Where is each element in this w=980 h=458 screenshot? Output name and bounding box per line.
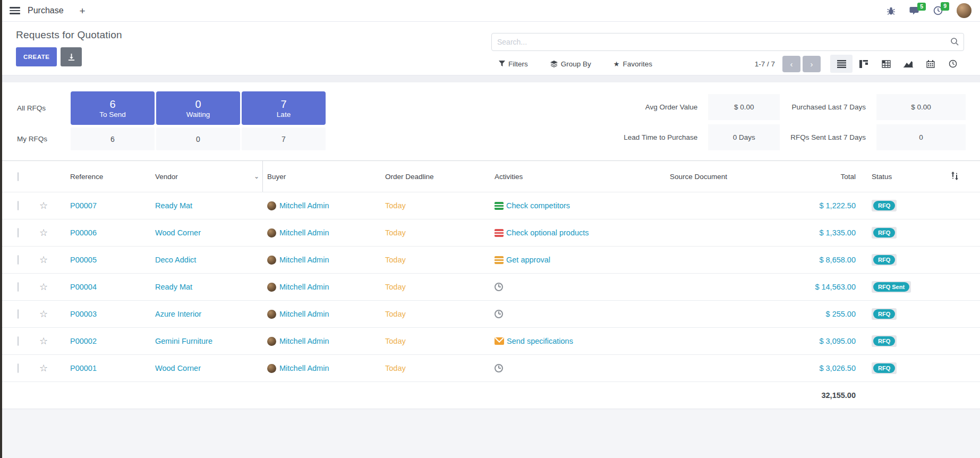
reference-link[interactable]: P00002 [70,337,97,345]
row-checkbox[interactable] [18,228,19,238]
reference-link[interactable]: P00007 [70,201,97,210]
header-activities[interactable]: Activities [490,173,666,181]
reference-link[interactable]: P00003 [70,310,97,318]
activity-todo-icon[interactable] [495,229,504,237]
kpi-late-card[interactable]: 7 Late [242,91,326,125]
vendor-link[interactable]: Ready Mat [155,283,192,291]
vendor-link[interactable]: Azure Interior [155,310,201,318]
schedule-activity-clock-icon[interactable] [495,310,503,318]
table-row[interactable]: ☆ P00001 Wood Corner Mitchell Admin Toda… [0,354,980,381]
favorite-star-icon[interactable]: ☆ [39,282,48,292]
row-checkbox[interactable] [18,255,19,265]
vendor-link[interactable]: Gemini Furniture [155,337,212,345]
header-reference[interactable]: Reference [62,173,151,181]
create-button[interactable]: CREATE [16,47,57,66]
header-total[interactable]: Total [797,173,856,181]
buyer-link[interactable]: Mitchell Admin [279,283,329,291]
total-amount: $ 8,658.00 [797,256,856,264]
favorite-star-icon[interactable]: ☆ [39,200,48,211]
activity-email-icon[interactable] [495,337,504,345]
user-avatar[interactable] [957,3,972,18]
schedule-activity-clock-icon[interactable] [495,283,503,291]
buyer-link[interactable]: Mitchell Admin [279,256,329,264]
list-view-icon[interactable] [830,55,853,73]
apps-menu-icon[interactable] [10,7,20,14]
buyer-link[interactable]: Mitchell Admin [279,310,329,318]
kpi-waiting-card[interactable]: 0 Waiting [156,91,240,125]
activity-label[interactable]: Check optional products [506,228,589,237]
row-checkbox[interactable] [18,201,19,210]
activity-view-icon[interactable] [942,55,964,73]
activity-label[interactable]: Send specifications [507,337,573,345]
my-rfqs-label: My RFQs [17,128,69,150]
table-row[interactable]: ☆ P00007 Ready Mat Mitchell Admin Today … [0,192,980,219]
buyer-link[interactable]: Mitchell Admin [279,228,329,237]
activity-label[interactable]: Check competitors [506,201,570,210]
favorite-star-icon[interactable]: ☆ [39,255,48,265]
favorite-star-icon[interactable]: ☆ [39,336,48,346]
select-all-checkbox[interactable] [18,172,19,181]
activity-label[interactable]: Get approval [506,256,550,264]
schedule-activity-clock-icon[interactable] [495,364,503,372]
graph-view-icon[interactable] [897,55,919,73]
vendor-link[interactable]: Wood Corner [155,228,201,237]
messages-icon[interactable]: 5 [909,6,919,15]
new-tab-plus-icon[interactable]: + [80,6,86,16]
filters-button[interactable]: Filters [499,60,528,68]
total-amount: $ 14,563.00 [797,283,856,291]
search-input[interactable] [491,33,964,51]
row-checkbox[interactable] [18,282,19,292]
table-row[interactable]: ☆ P00004 Ready Mat Mitchell Admin Today … [0,273,980,300]
pager-next-button[interactable]: › [803,56,821,72]
pivot-view-icon[interactable] [875,55,897,73]
table-row[interactable]: ☆ P00003 Azure Interior Mitchell Admin T… [0,300,980,327]
avg-order-value-label: Avg Order Value [624,103,697,111]
reference-link[interactable]: P00001 [70,364,97,372]
reference-link[interactable]: P00005 [70,256,97,264]
buyer-avatar [267,201,276,210]
adjust-columns-icon[interactable] [951,172,959,182]
reference-link[interactable]: P00004 [70,283,97,291]
table-row[interactable]: ☆ P00005 Deco Addict Mitchell Admin Toda… [0,246,980,273]
my-late-cell[interactable]: 7 [242,128,326,150]
group-by-button[interactable]: Group By [550,60,591,68]
header-vendor[interactable]: Vendor ⌄ [151,161,263,192]
activity-todo-icon[interactable] [495,256,504,264]
activities-clock-icon[interactable]: 9 [933,6,943,15]
reference-link[interactable]: P00006 [70,228,97,237]
buyer-link[interactable]: Mitchell Admin [279,337,329,345]
buyer-link[interactable]: Mitchell Admin [279,364,329,372]
export-button[interactable] [61,47,82,66]
favorite-star-icon[interactable]: ☆ [39,309,48,319]
kpi-to-send-card[interactable]: 6 To Send [71,91,155,125]
table-row[interactable]: ☆ P00002 Gemini Furniture Mitchell Admin… [0,327,980,354]
debug-bug-icon[interactable] [887,6,896,15]
search-icon[interactable] [950,37,959,48]
favorite-star-icon[interactable]: ☆ [39,227,48,238]
header-buyer[interactable]: Buyer [263,173,381,181]
row-checkbox[interactable] [18,363,19,373]
buyer-link[interactable]: Mitchell Admin [279,201,329,210]
header-order-deadline[interactable]: Order Deadline [381,173,490,181]
grand-total: 32,155.00 [797,391,856,400]
row-checkbox[interactable] [18,309,19,319]
vendor-link[interactable]: Wood Corner [155,364,201,372]
status-badge: RFQ [873,255,895,265]
row-checkbox[interactable] [18,336,19,346]
favorites-button[interactable]: ★ Favorites [613,60,652,68]
my-to-send-cell[interactable]: 6 [71,128,155,150]
header-status[interactable]: Status [856,173,935,181]
vendor-link[interactable]: Ready Mat [155,201,192,210]
favorite-star-icon[interactable]: ☆ [39,363,48,374]
activity-todo-icon[interactable] [495,202,504,210]
control-panel: Requests for Quotation CREATE Filters [0,22,980,75]
app-name[interactable]: Purchase [28,6,64,15]
my-waiting-cell[interactable]: 0 [156,128,240,150]
pager-previous-button[interactable]: ‹ [782,56,800,72]
header-source-document[interactable]: Source Document [666,173,797,181]
table-row[interactable]: ☆ P00006 Wood Corner Mitchell Admin Toda… [0,219,980,246]
calendar-view-icon[interactable] [919,55,942,73]
status-badge: RFQ [873,336,895,346]
vendor-link[interactable]: Deco Addict [155,256,196,264]
kanban-view-icon[interactable] [853,55,875,73]
